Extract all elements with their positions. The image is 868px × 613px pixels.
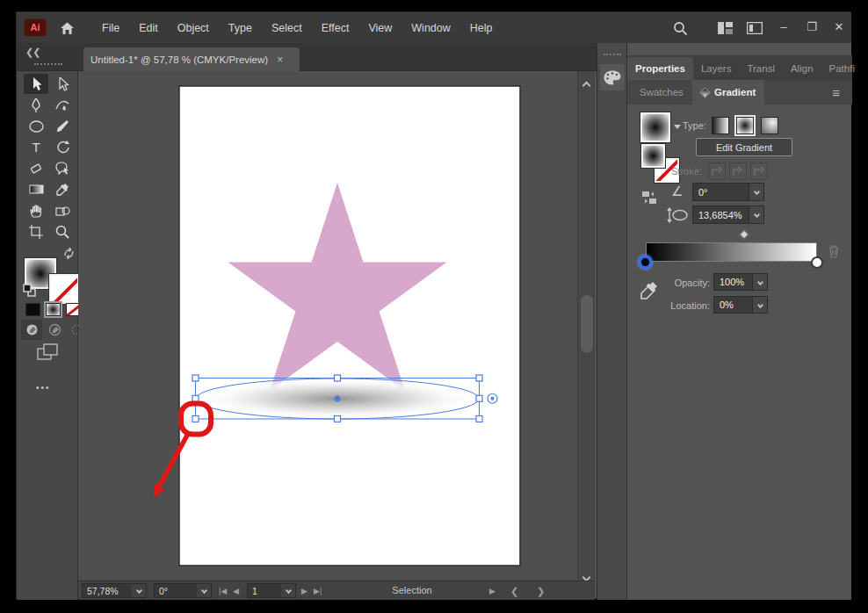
menu-window[interactable]: Window: [401, 22, 459, 34]
home-icon[interactable]: [55, 18, 78, 39]
arrange-documents-icon[interactable]: [743, 18, 766, 39]
menu-effect[interactable]: Effect: [312, 22, 359, 34]
stroke-swatch-none[interactable]: [49, 274, 79, 304]
rotate-view-tool[interactable]: [50, 200, 75, 220]
location-dropdown-icon[interactable]: [752, 297, 767, 313]
draw-behind-mode-icon[interactable]: [44, 320, 65, 340]
gradient-stop-black[interactable]: [639, 256, 652, 269]
vertical-scrollbar[interactable]: [577, 71, 595, 581]
stroke-across-button[interactable]: [750, 162, 768, 180]
ellipse-tool[interactable]: [24, 116, 48, 136]
shaper-tool[interactable]: [50, 158, 75, 178]
menu-file[interactable]: File: [92, 22, 129, 34]
tab-pathfinder[interactable]: Pathfi: [821, 57, 863, 80]
collapse-left-dock-icon[interactable]: ❮❮: [25, 47, 40, 58]
minimize-button[interactable]: –: [770, 16, 797, 37]
radial-gradient-type-button[interactable]: [736, 117, 754, 134]
handle-bottom-left[interactable]: [192, 416, 199, 422]
default-fill-stroke-icon[interactable]: [23, 284, 36, 300]
handle-top-left[interactable]: [192, 375, 199, 381]
document-tab-close-icon[interactable]: ×: [277, 54, 283, 66]
gradient-tool[interactable]: [24, 179, 48, 199]
first-artboard-icon[interactable]: |◀: [219, 582, 227, 600]
zoom-dropdown-icon[interactable]: [132, 584, 146, 597]
eyedropper-tool[interactable]: [50, 179, 75, 199]
gradient-angle-field[interactable]: 0°: [692, 183, 764, 201]
canvas-area[interactable]: [78, 71, 577, 581]
artboard-tool[interactable]: [24, 221, 48, 242]
scroll-up-icon[interactable]: [583, 76, 590, 92]
gradient-presets-dropdown-icon[interactable]: [674, 125, 681, 129]
selection-tool[interactable]: [24, 74, 48, 94]
tab-transparency[interactable]: Transl: [739, 57, 783, 80]
scrollbar-thumb[interactable]: [581, 295, 593, 353]
stroke-along-button[interactable]: [729, 162, 747, 180]
screen-mode-icon[interactable]: [37, 343, 58, 364]
type-tool[interactable]: T: [24, 137, 48, 157]
previous-artboard-icon[interactable]: ◀: [233, 582, 239, 600]
swap-fill-stroke-icon[interactable]: [62, 247, 76, 263]
scroll-left-icon[interactable]: ❮: [510, 582, 518, 600]
rotation-field[interactable]: 0°: [154, 583, 212, 598]
gradient-midpoint-marker[interactable]: [739, 229, 749, 239]
gradient-stop-white[interactable]: [811, 256, 823, 269]
tab-swatches[interactable]: Swatches: [631, 80, 692, 105]
gradient-fill-thumbnail[interactable]: [640, 112, 670, 142]
last-artboard-icon[interactable]: ▶|: [314, 582, 322, 600]
handle-top-center[interactable]: [335, 375, 341, 381]
color-mode-button[interactable]: [25, 303, 40, 316]
handle-top-right[interactable]: [476, 375, 482, 381]
draw-normal-mode-icon[interactable]: [21, 320, 42, 340]
zoom-level-field[interactable]: 57,78%: [82, 583, 147, 598]
scroll-right-icon[interactable]: ❯: [537, 582, 545, 600]
menu-edit[interactable]: Edit: [129, 22, 168, 34]
panel-menu-icon[interactable]: ≡: [823, 80, 849, 105]
selection-center-point[interactable]: [335, 396, 341, 402]
search-icon[interactable]: [669, 18, 691, 39]
tab-gradient[interactable]: Gradient: [692, 80, 764, 105]
stroke-within-button[interactable]: [708, 162, 726, 180]
zoom-tool[interactable]: [50, 221, 75, 242]
handle-middle-right[interactable]: [476, 395, 482, 401]
curvature-tool[interactable]: [50, 95, 75, 115]
aspect-ratio-field[interactable]: 13,6854%: [692, 206, 764, 224]
rotate-tool[interactable]: [50, 137, 75, 157]
fill-proxy[interactable]: [641, 144, 665, 168]
menu-help[interactable]: Help: [460, 22, 503, 34]
maximize-button[interactable]: ❐: [799, 16, 825, 37]
color-panel-icon[interactable]: [600, 64, 625, 90]
next-artboard-icon[interactable]: ▶: [301, 582, 307, 600]
location-field[interactable]: 0%: [713, 296, 768, 314]
handle-bottom-right[interactable]: [476, 416, 482, 422]
handle-middle-left[interactable]: [192, 395, 199, 401]
artboard-number-field[interactable]: 1: [247, 583, 296, 598]
rotation-dropdown-icon[interactable]: [197, 584, 211, 597]
eraser-tool[interactable]: [24, 158, 48, 178]
edit-toolbar-icon[interactable]: •••: [36, 383, 51, 393]
edit-gradient-button[interactable]: Edit Gradient: [696, 138, 792, 156]
opacity-field[interactable]: 100%: [713, 273, 768, 291]
tab-align[interactable]: Align: [783, 57, 821, 80]
left-dock-grip[interactable]: [34, 63, 62, 65]
hand-tool[interactable]: [24, 200, 48, 220]
menu-type[interactable]: Type: [219, 22, 262, 34]
reverse-gradient-icon[interactable]: [641, 191, 657, 208]
paintbrush-tool[interactable]: [50, 116, 75, 136]
freeform-gradient-type-button[interactable]: [761, 117, 778, 134]
delete-stop-icon[interactable]: [828, 244, 840, 262]
document-tab[interactable]: Untitled-1* @ 57,78 % (CMYK/Preview) ×: [83, 47, 300, 71]
close-button[interactable]: ✕: [827, 16, 851, 37]
menu-select[interactable]: Select: [262, 22, 312, 34]
linear-gradient-type-button[interactable]: [712, 117, 729, 134]
handle-bottom-center[interactable]: [335, 416, 341, 422]
aspect-ratio-dropdown-icon[interactable]: [749, 206, 763, 223]
tab-properties[interactable]: Properties: [627, 57, 693, 80]
menu-object[interactable]: Object: [168, 22, 219, 34]
status-play-icon[interactable]: ▶: [489, 582, 495, 600]
tab-layers[interactable]: Layers: [693, 57, 740, 80]
direct-selection-tool[interactable]: [50, 74, 75, 94]
angle-dropdown-icon[interactable]: [749, 184, 763, 200]
right-dock-grip[interactable]: [604, 54, 621, 55]
workspace-switcher-icon[interactable]: [713, 18, 736, 39]
gradient-slider-bar[interactable]: [646, 242, 817, 262]
